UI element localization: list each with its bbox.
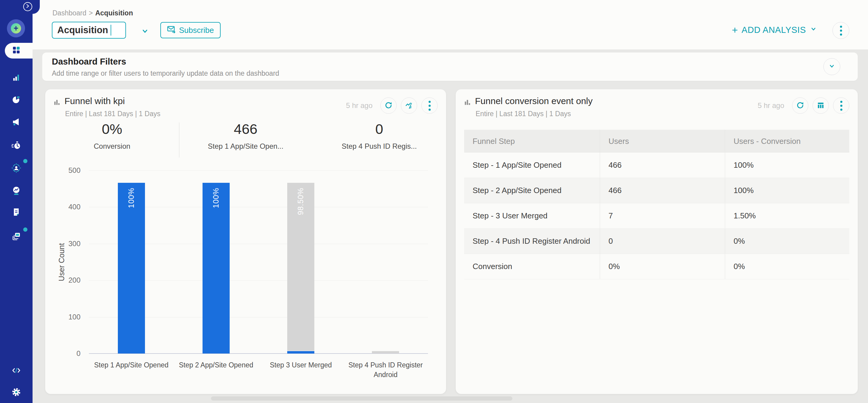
stopwatch-icon xyxy=(11,140,22,152)
kebab-menu-icon xyxy=(840,26,842,36)
bar-percentage-label: 98.50% xyxy=(296,188,305,215)
sidebar-item-dashboards[interactable] xyxy=(10,44,23,57)
table-header-row: Funnel StepUsersUsers - Conversion xyxy=(464,130,849,153)
chevron-down-icon xyxy=(809,25,817,35)
boards-notification-dot xyxy=(23,227,27,232)
x-category-label: Step 1 App/Site Opened xyxy=(91,360,172,370)
sidebar-item-insights[interactable] xyxy=(10,184,23,198)
pie-chart-icon xyxy=(11,94,22,106)
document-icon xyxy=(11,207,22,219)
table-cell: Step - 4 Push ID Register Android xyxy=(464,229,600,254)
table-columns-icon xyxy=(816,101,825,110)
sidebar-item-audiences[interactable] xyxy=(10,162,23,175)
y-tick-label: 0 xyxy=(53,349,81,358)
bar-percentage-label: 100% xyxy=(212,188,220,208)
filters-title: Dashboard Filters xyxy=(52,57,126,67)
funnel-bar-chart: 0100200300400500User Count100%Step 1 App… xyxy=(45,89,446,394)
breadcrumb-current: Acquisition xyxy=(95,9,133,17)
x-category-label: Step 3 User Merged xyxy=(260,360,341,370)
table-cell: Step - 3 User Merged xyxy=(464,203,600,228)
dashboard-title-text: Acquisition xyxy=(57,25,108,36)
bar-segment xyxy=(287,351,314,353)
bar-segment xyxy=(118,183,145,353)
y-axis-title: User Count xyxy=(57,243,66,281)
breadcrumb-dashboard-link[interactable]: Dashboard xyxy=(53,9,87,17)
funnel-table-card: Funnel conversion event only Entire | La… xyxy=(456,89,858,394)
table-cell: 0 xyxy=(600,229,725,254)
table-cell: 100% xyxy=(725,153,849,178)
filters-description: Add time range or filter users to tempor… xyxy=(52,69,279,78)
sidebar-item-segments[interactable] xyxy=(10,93,23,107)
refresh-button[interactable] xyxy=(792,97,808,114)
table-cell: 7 xyxy=(600,203,725,228)
subscribe-label: Subscribe xyxy=(179,26,214,35)
add-analysis-label: ADD ANALYSIS xyxy=(742,25,806,35)
dashboard-filters-bar: Dashboard Filters Add time range or filt… xyxy=(42,53,858,81)
refresh-icon xyxy=(796,101,804,110)
sidebar-item-campaigns[interactable] xyxy=(10,116,23,129)
kebab-menu-icon xyxy=(840,101,842,111)
table-cell: Step - 1 App/Site Opened xyxy=(464,153,600,178)
text-cursor xyxy=(111,25,111,36)
plus-icon: + xyxy=(732,25,738,35)
table-header-cell: Users - Conversion xyxy=(725,130,849,153)
horizontal-scrollbar-thumb[interactable] xyxy=(211,396,513,401)
table-row: Step - 4 Push ID Register Android00% xyxy=(464,229,849,254)
x-category-label: Step 4 Push ID Register Android xyxy=(345,360,426,379)
dashboard-selector-chevron[interactable] xyxy=(141,27,150,37)
sidebar-expand-button[interactable] xyxy=(23,2,32,11)
dashboard-grid-icon xyxy=(11,45,22,57)
table-row: Conversion0%0% xyxy=(464,254,849,279)
mini-bar-chart-icon xyxy=(464,99,471,107)
dashboard-title-input[interactable]: Acquisition xyxy=(52,22,126,38)
gear-icon xyxy=(11,387,22,399)
funnel-steps-table: Funnel StepUsersUsers - ConversionStep -… xyxy=(464,130,849,279)
table-cell: Conversion xyxy=(464,254,600,279)
x-category-label: Step 2 App/Site Opened xyxy=(176,360,257,370)
create-new-button[interactable]: + xyxy=(7,19,25,37)
sidebar-item-journeys[interactable] xyxy=(10,140,23,153)
y-tick-label: 500 xyxy=(53,166,81,175)
y-tick-label: 400 xyxy=(53,203,81,211)
breadcrumb: Dashboard>Acquisition xyxy=(53,9,133,17)
sidebar-item-settings[interactable] xyxy=(10,386,23,399)
table-cell: 0% xyxy=(600,254,725,279)
plus-icon: + xyxy=(11,23,21,33)
table-cell: 466 xyxy=(600,178,725,203)
card-more-menu-button[interactable] xyxy=(833,97,849,114)
table-header-cell: Users xyxy=(600,130,725,153)
table-cell: 100% xyxy=(725,178,849,203)
bar-chart-icon xyxy=(11,72,22,84)
megaphone-icon xyxy=(11,116,22,128)
filters-expand-button[interactable] xyxy=(824,58,840,75)
table-row: Step - 1 App/Site Opened466100% xyxy=(464,153,849,178)
email-subscribe-icon xyxy=(167,25,176,36)
subscribe-button[interactable]: Subscribe xyxy=(160,22,221,38)
add-analysis-button[interactable]: + ADD ANALYSIS xyxy=(732,25,817,35)
code-icon xyxy=(11,365,22,377)
breadcrumb-separator: > xyxy=(89,9,93,17)
sidebar-item-reports[interactable] xyxy=(10,206,23,220)
table-cell: 1.50% xyxy=(725,203,849,228)
sidebar: + xyxy=(0,0,33,403)
card-subtitle: Entire | Last 181 Days | 1 Days xyxy=(475,110,571,118)
sidebar-item-analytics[interactable] xyxy=(10,71,23,85)
chevron-down-icon xyxy=(828,62,836,71)
table-header-cell: Funnel Step xyxy=(464,130,600,153)
table-cell: 466 xyxy=(600,153,725,178)
card-title: Funnel conversion event only xyxy=(475,96,592,106)
last-updated: 5 hr ago xyxy=(758,102,784,110)
sidebar-item-developer[interactable] xyxy=(10,365,23,378)
table-row: Step - 2 App/Site Opened466100% xyxy=(464,178,849,203)
person-target-icon xyxy=(11,162,22,174)
audiences-notification-dot xyxy=(23,159,27,163)
table-cell: Step - 2 App/Site Opened xyxy=(464,178,600,203)
chevron-right-icon xyxy=(26,4,30,9)
bar-segment xyxy=(203,183,230,353)
table-view-button[interactable] xyxy=(812,97,829,114)
y-tick-label: 100 xyxy=(53,313,81,321)
dashboard-more-menu-button[interactable] xyxy=(832,22,849,39)
crystal-ball-trend-icon xyxy=(11,185,22,197)
layers-screens-icon xyxy=(11,231,22,243)
sidebar-item-boards[interactable] xyxy=(10,230,23,244)
